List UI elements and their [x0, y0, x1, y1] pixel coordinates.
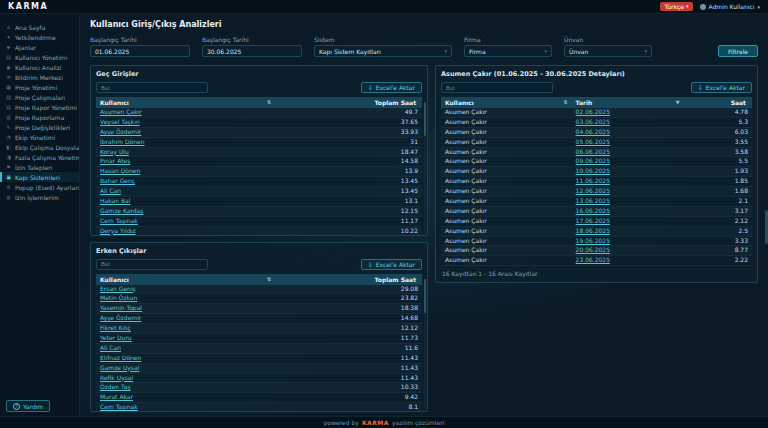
- sidebar-item[interactable]: ✦ Yetkilendirme: [0, 32, 79, 42]
- date-link[interactable]: 17.06.2025: [572, 216, 684, 226]
- user-link[interactable]: Refik Uysal: [96, 373, 275, 383]
- column-header[interactable]: Kullanıcı⇅: [441, 97, 572, 108]
- start-date-input[interactable]: [90, 45, 190, 57]
- sidebar-item[interactable]: ▤ Kullanıcı Yönetimi: [0, 52, 79, 62]
- user-link[interactable]: Hakan Bal: [96, 197, 275, 207]
- user-menu[interactable]: Admin Kullanıcı ▾: [700, 3, 760, 10]
- title-select[interactable]: Ünvan ▾: [564, 45, 652, 57]
- user-link[interactable]: Gamze Uysal: [96, 363, 275, 373]
- date-link[interactable]: 18.06.2025: [572, 226, 684, 236]
- download-icon: ⇩: [698, 84, 703, 91]
- export-excel-button[interactable]: ⇩ Excel'e Aktar: [361, 82, 422, 93]
- table-row: Pınar Ateş 14.58: [96, 157, 422, 167]
- column-header[interactable]: Saat: [684, 97, 752, 108]
- user-link[interactable]: Metin Özkan: [96, 294, 275, 304]
- date-link[interactable]: 23.06.2025: [572, 256, 684, 266]
- column-header[interactable]: Kullanıcı⇅: [96, 97, 275, 108]
- user-link[interactable]: Derya Yıldız: [96, 226, 275, 235]
- table-row: Hakan Bal 13.1: [96, 197, 422, 207]
- date-link[interactable]: 09.06.2025: [572, 157, 684, 167]
- panel-scrollbar[interactable]: [424, 279, 426, 409]
- sidebar-item-label: Ekip Çalışma Dosyaları: [15, 144, 79, 151]
- search-input[interactable]: [96, 259, 208, 270]
- panel-scrollbar[interactable]: [424, 102, 426, 232]
- sidebar-item[interactable]: ◔ Ekip Yönetimi: [0, 132, 79, 142]
- sidebar-item[interactable]: ⚙ Popup (Esed) Ayarları: [0, 182, 79, 192]
- user-name-cell: Asumen Çakır: [441, 167, 572, 177]
- date-link[interactable]: 03.06.2025: [572, 117, 684, 127]
- sidebar-item[interactable]: ◧ Ekip Çalışma Dosyaları: [0, 142, 79, 152]
- sidebar-item[interactable]: ◍ İzin İşlemlerim: [0, 192, 79, 202]
- user-link[interactable]: Yeter Duru: [96, 333, 275, 343]
- search-input[interactable]: [441, 82, 553, 93]
- sidebar-item[interactable]: ✉ Bildirim Merkezi: [0, 72, 79, 82]
- sidebar-item-icon: ▣: [5, 174, 12, 180]
- sidebar-item[interactable]: ▨ Proje Rapor Yönetimi: [0, 102, 79, 112]
- search-input[interactable]: [96, 82, 208, 93]
- date-link[interactable]: 13.06.2025: [572, 197, 684, 207]
- sidebar-item[interactable]: ⚑ İzin Talepleri: [0, 162, 79, 172]
- scrollbar-thumb[interactable]: [424, 102, 426, 136]
- export-excel-button[interactable]: ⇩ Excel'e Aktar: [361, 259, 422, 270]
- date-link[interactable]: 04.06.2025: [572, 127, 684, 137]
- user-link[interactable]: Bahar Genç: [96, 177, 275, 187]
- sidebar-item[interactable]: ▧ Proje Çalışmaları: [0, 92, 79, 102]
- user-link[interactable]: Ali Can: [96, 187, 275, 197]
- date-link[interactable]: 06.06.2025: [572, 147, 684, 157]
- column-header[interactable]: Toplam Saat: [275, 97, 422, 108]
- user-link[interactable]: Hasan Dönen: [96, 167, 275, 177]
- system-field: Sistem Kapı Sistem Kayıtları ▾: [314, 36, 452, 57]
- date-link[interactable]: 02.06.2025: [572, 108, 684, 117]
- column-header[interactable]: Kullanıcı⇅: [96, 274, 275, 285]
- user-link[interactable]: Elifnaz Dönen: [96, 353, 275, 363]
- user-link[interactable]: Fikret Kılıç: [96, 324, 275, 334]
- user-link[interactable]: Murat Akar: [96, 393, 275, 403]
- table-row: Ersan Geniş 29.08: [96, 285, 422, 294]
- sidebar-item[interactable]: ◨ Fazla Çalışma Yönetimi: [0, 152, 79, 162]
- user-link[interactable]: Gamze Kardaş: [96, 206, 275, 216]
- end-date-input[interactable]: [202, 45, 302, 57]
- user-link[interactable]: Koray Ulu: [96, 147, 275, 157]
- user-link[interactable]: Ayşe Özdemir: [96, 314, 275, 324]
- sidebar-item[interactable]: ▦ Proje Yönetimi: [0, 82, 79, 92]
- date-link[interactable]: 05.06.2025: [572, 137, 684, 147]
- export-excel-button[interactable]: ⇩ Excel'e Aktar: [691, 82, 752, 93]
- date-link[interactable]: 20.06.2025: [572, 246, 684, 256]
- date-link[interactable]: 16.06.2025: [572, 206, 684, 216]
- sidebar-item[interactable]: ◈ Ajanlar: [0, 42, 79, 52]
- sidebar-item[interactable]: ✎ Proje Değişiklikleri: [0, 122, 79, 132]
- user-link[interactable]: Veysel Taşkın: [96, 117, 275, 127]
- help-button[interactable]: ? Yardım: [6, 400, 50, 412]
- sidebar-item-icon: ◨: [5, 154, 12, 160]
- language-selector[interactable]: Türkçe ▾: [660, 2, 692, 11]
- right-column: Asumen Çakır (01.06.2025 - 30.06.2025 De…: [435, 65, 758, 412]
- sidebar-item[interactable]: ⌂ Ana Sayfa: [0, 22, 79, 32]
- user-link[interactable]: Ali Can: [96, 343, 275, 353]
- user-name-cell: Asumen Çakır: [441, 226, 572, 236]
- user-link[interactable]: İbrahim Dönen: [96, 137, 275, 147]
- column-header[interactable]: Toplam Saat: [275, 274, 422, 285]
- user-link[interactable]: Yasemin Topal: [96, 304, 275, 314]
- company-select[interactable]: Firma ▾: [464, 45, 552, 57]
- sidebar-item[interactable]: ◉ Kullanıcı Analizi: [0, 62, 79, 72]
- date-link[interactable]: 10.06.2025: [572, 167, 684, 177]
- sidebar-item[interactable]: ▥ Proje Raporlama: [0, 112, 79, 122]
- user-link[interactable]: Cem Taşınak: [96, 403, 275, 412]
- date-link[interactable]: 12.06.2025: [572, 187, 684, 197]
- user-link[interactable]: Asumen Çakır: [96, 108, 275, 117]
- date-link[interactable]: 11.06.2025: [572, 177, 684, 187]
- sidebar-item-label: Fazla Çalışma Yönetimi: [15, 154, 79, 161]
- table-row: Asumen Çakır 04.06.2025 6.03: [441, 127, 752, 137]
- date-link[interactable]: 19.06.2025: [572, 236, 684, 246]
- filter-button[interactable]: Filtrele: [718, 45, 758, 57]
- user-link[interactable]: Pınar Ateş: [96, 157, 275, 167]
- sidebar-item[interactable]: ▣ Kapı Sistemleri: [0, 172, 79, 182]
- system-select[interactable]: Kapı Sistem Kayıtları ▾: [314, 45, 452, 57]
- user-link[interactable]: Ersan Geniş: [96, 285, 275, 294]
- user-link[interactable]: Cem Taşınak: [96, 216, 275, 226]
- column-header[interactable]: Tarih▼: [572, 97, 684, 108]
- scrollbar-thumb[interactable]: [424, 279, 426, 313]
- user-link[interactable]: Ayşe Özdemir: [96, 127, 275, 137]
- window-scrollbar[interactable]: [764, 14, 768, 416]
- user-link[interactable]: Özden Taş: [96, 383, 275, 393]
